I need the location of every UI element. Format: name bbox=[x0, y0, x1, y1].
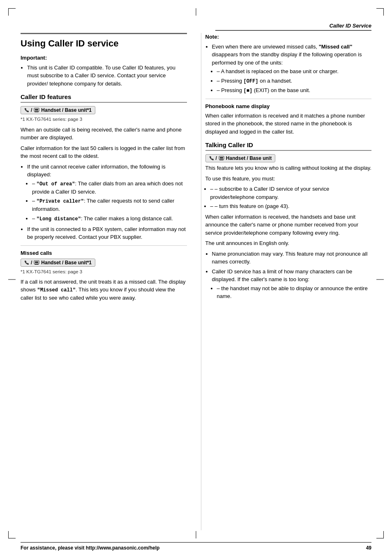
missed-calls-footnote: *1 KX-TG7641 series: page 3 bbox=[21, 268, 187, 275]
caller-id-badge: / Handset / Base unit*1 bbox=[21, 106, 95, 114]
important-item: This unit is Caller ID compatible. To us… bbox=[27, 64, 187, 88]
talking-subitems: – subscribe to a Caller ID service of yo… bbox=[210, 185, 372, 210]
page-footer: For assistance, please visit http://www.… bbox=[21, 542, 371, 551]
phonebook-divider bbox=[205, 99, 372, 99]
svg-rect-4 bbox=[35, 261, 38, 263]
bottom-center-mark bbox=[196, 531, 196, 538]
talking-para4: The unit announces in English only. bbox=[205, 239, 372, 247]
missed-calls-para1: If a call is not answered, the unit trea… bbox=[21, 278, 187, 302]
corner-mark-tl bbox=[8, 8, 16, 16]
caller-id-sublist-1: "Out of area": The caller dials from an … bbox=[32, 180, 187, 223]
svg-rect-7 bbox=[220, 157, 223, 159]
talking-sublist-2: the handset may not be able to display o… bbox=[217, 284, 372, 300]
talking-bullet-1: Name pronunciation may vary. This featur… bbox=[212, 250, 372, 266]
note-bullet-1-text: Even when there are unviewed missed call… bbox=[212, 44, 362, 66]
note-bullets: Even when there are unviewed missed call… bbox=[212, 43, 372, 95]
note-sub-3: Pressing [■] (EXIT) on the base unit. bbox=[217, 86, 372, 95]
svg-rect-1 bbox=[35, 109, 38, 111]
caller-id-bullet-2: If the unit is connected to a PBX system… bbox=[27, 225, 187, 241]
caller-id-para1: When an outside call is being received, … bbox=[21, 126, 187, 142]
page-title: Using Caller ID service bbox=[21, 33, 187, 49]
talking-bullet-2-text: Caller ID service has a limit of how man… bbox=[212, 268, 353, 283]
caller-id-badge-slash: / bbox=[31, 107, 32, 113]
right-mid-mark bbox=[376, 280, 384, 280]
phonebook-para1: When caller information is received and … bbox=[205, 112, 372, 136]
caller-id-bullet-2-text: If the unit is connected to a PBX system… bbox=[27, 226, 186, 240]
note-label: Note: bbox=[205, 33, 372, 41]
base-unit-icon bbox=[34, 108, 39, 113]
talking-para1: This feature lets you know who is callin… bbox=[205, 164, 372, 172]
note-sub-1: A handset is replaced on the base unit o… bbox=[217, 67, 372, 76]
page-header: Caller ID Service bbox=[215, 23, 371, 31]
caller-id-footnote: *1 KX-TG7641 series: page 3 bbox=[21, 116, 187, 123]
talking-base-icon bbox=[219, 156, 224, 161]
talking-badge: / Handset / Base unit bbox=[205, 154, 276, 162]
svg-rect-2 bbox=[35, 111, 39, 112]
caller-id-badge-text: Handset / Base unit*1 bbox=[41, 107, 92, 113]
talking-handset-icon bbox=[209, 156, 214, 161]
caller-id-bullet-1: If the unit cannot receive caller inform… bbox=[27, 163, 187, 223]
svg-rect-8 bbox=[219, 159, 224, 160]
caller-id-para2: Caller information for the last 50 calle… bbox=[21, 144, 187, 160]
footer-text: For assistance, please visit http://www.… bbox=[21, 545, 159, 551]
talking-para3: When caller information is received, the… bbox=[205, 213, 372, 237]
talking-bullets: Name pronunciation may vary. This featur… bbox=[212, 250, 372, 300]
caller-id-bullet-1-text: If the unit cannot receive caller inform… bbox=[27, 164, 166, 178]
corner-mark-bl bbox=[8, 531, 16, 538]
handset-icon bbox=[24, 108, 29, 113]
missed-base-icon bbox=[34, 260, 39, 265]
talking-para2: To use this feature, you must: bbox=[205, 175, 372, 183]
caller-id-bullets: If the unit cannot receive caller inform… bbox=[27, 163, 187, 241]
missed-calls-badge-text: Handset / Base unit*1 bbox=[41, 260, 92, 266]
talking-bullet-1-text: Name pronunciation may vary. This featur… bbox=[212, 251, 368, 265]
left-column: Using Caller ID service Important: This … bbox=[21, 33, 191, 530]
header-title: Caller ID Service bbox=[329, 23, 371, 29]
missed-calls-badge: / Handset / Base unit*1 bbox=[21, 259, 95, 267]
missed-handset-icon bbox=[24, 260, 29, 265]
missed-calls-title: Missed calls bbox=[21, 250, 187, 256]
left-mid-mark bbox=[8, 280, 16, 280]
svg-rect-5 bbox=[35, 264, 39, 265]
important-text: This unit is Caller ID compatible. To us… bbox=[27, 65, 175, 87]
corner-mark-br bbox=[376, 531, 384, 538]
important-label: Important: bbox=[21, 54, 187, 62]
corner-mark-tr bbox=[376, 8, 384, 16]
page-number: 49 bbox=[366, 545, 371, 551]
talking-sub-1: – subscribe to a Caller ID service of yo… bbox=[210, 185, 372, 201]
talking-caller-id-title: Talking Caller ID bbox=[205, 141, 372, 151]
caller-id-sub-3: "Long distance": The caller makes a long… bbox=[32, 215, 187, 223]
caller-id-features-title: Caller ID features bbox=[21, 93, 187, 103]
caller-id-sub-1: "Out of area": The caller dials from an … bbox=[32, 180, 187, 196]
top-center-mark bbox=[196, 8, 196, 16]
caller-id-sub-2: "Private caller": The caller requests no… bbox=[32, 197, 187, 213]
note-sub-2: Pressing [OFF] on a handset. bbox=[217, 77, 372, 85]
note-sublist: A handset is replaced on the base unit o… bbox=[217, 67, 372, 95]
talking-sub-2-1: the handset may not be able to display o… bbox=[217, 284, 372, 300]
phonebook-title: Phonebook name display bbox=[205, 103, 372, 109]
main-content: Using Caller ID service Important: This … bbox=[21, 33, 371, 530]
talking-sub-2: – turn this feature on (page 43). bbox=[210, 202, 372, 210]
missed-calls-divider bbox=[21, 245, 187, 246]
note-bullet-1: Even when there are unviewed missed call… bbox=[212, 43, 372, 95]
talking-badge-text: Handset / Base unit bbox=[226, 155, 272, 161]
right-column: Note: Even when there are unviewed misse… bbox=[201, 33, 372, 530]
talking-bullet-2: Caller ID service has a limit of how man… bbox=[212, 268, 372, 300]
